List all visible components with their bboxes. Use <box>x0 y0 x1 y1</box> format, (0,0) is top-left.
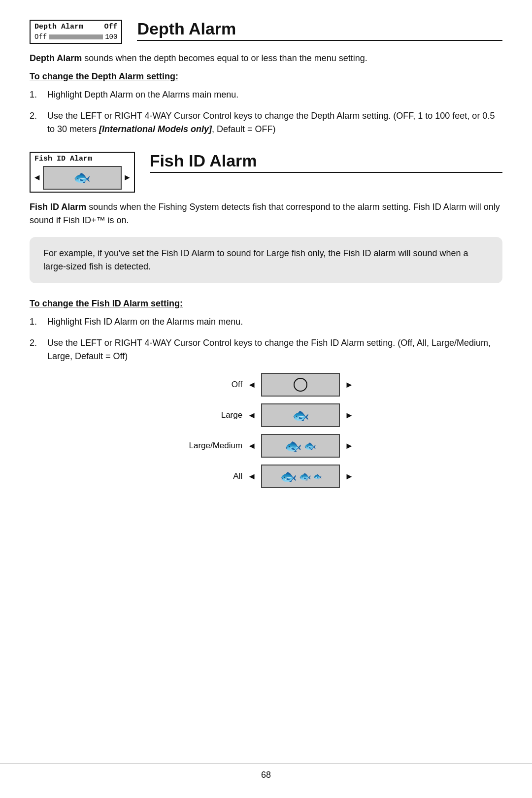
fish-alarm-title: Fish ID Alarm <box>150 152 502 173</box>
fish-label-largemedium: Large/Medium <box>178 441 242 451</box>
depth-alarm-desc-rest: sounds when the depth becomes equal to o… <box>82 53 367 63</box>
off-circle-icon <box>294 378 307 392</box>
fish-row-large: Large ◄ 🐟 ► <box>178 403 354 427</box>
fish-alarm-desc-bold: Fish ID Alarm <box>30 202 86 212</box>
fish-box-large: 🐟 <box>261 403 340 427</box>
fish-box-all: 🐟 🐟 🐟 <box>261 465 340 488</box>
lm-fish-icon-1: 🐟 <box>285 438 302 454</box>
depth-alarm-section: Depth Alarm Off Off 100 Depth Alarm Dept… <box>30 20 502 136</box>
depth-alarm-step-1: 1. Highlight Depth Alarm on the Alarms m… <box>30 88 502 101</box>
all-fish-icon-2: 🐟 <box>299 470 311 482</box>
depth-alarm-off-label: Off <box>34 33 47 41</box>
fish-row-largemedium: Large/Medium ◄ 🐟 🐟 ► <box>178 434 354 458</box>
depth-alarm-menu-title: Depth Alarm <box>34 23 83 31</box>
depth-alarm-title: Depth Alarm <box>137 20 502 41</box>
fish-alarm-header: Fish ID Alarm ◄ 🐟 ► Fish ID Alarm <box>30 152 502 193</box>
fish-alarm-menu-row: ◄ 🐟 ► <box>34 166 130 190</box>
all-arrow-left: ◄ <box>247 471 256 482</box>
fish-alarm-change-heading: To change the Fish ID Alarm setting: <box>30 297 502 310</box>
depth-alarm-description: Depth Alarm sounds when the depth become… <box>30 52 502 65</box>
large-fish-icon: 🐟 <box>292 407 309 424</box>
all-arrow-right: ► <box>345 471 354 482</box>
fish-row-all: All ◄ 🐟 🐟 🐟 ► <box>178 465 354 488</box>
fish-alarm-arrow-left: ◄ <box>34 173 40 183</box>
fish-row-off: Off ◄ ► <box>178 373 354 397</box>
depth-alarm-desc-bold: Depth Alarm <box>30 53 82 63</box>
fish-label-off: Off <box>178 380 242 390</box>
fish-alarm-arrow-right: ► <box>125 173 130 183</box>
fish-id-alarm-section: Fish ID Alarm ◄ 🐟 ► Fish ID Alarm Fish I… <box>30 152 502 488</box>
fish-alarm-menu-box: Fish ID Alarm ◄ 🐟 ► <box>30 152 135 193</box>
depth-alarm-menu-status: Off <box>104 23 117 31</box>
fish-icon-large: 🐟 <box>73 169 91 186</box>
fish-label-large: Large <box>178 410 242 420</box>
fish-alarm-example-text: For example, if you've set the Fish ID A… <box>43 248 468 271</box>
large-arrow-left: ◄ <box>247 410 256 421</box>
depth-alarm-slider <box>49 34 103 39</box>
lm-arrow-right: ► <box>345 441 354 451</box>
fish-alarm-step-1: 1. Highlight Fish ID Alarm on the Alarms… <box>30 315 502 329</box>
depth-alarm-body: Depth Alarm sounds when the depth become… <box>30 52 502 136</box>
fish-diagrams: Off ◄ ► Large ◄ 🐟 ► Large/Medium ◄ <box>30 373 502 488</box>
off-arrow-right: ► <box>345 380 354 390</box>
page-footer: 68 <box>0 764 532 780</box>
depth-alarm-intl: [International Models only] <box>99 124 212 134</box>
fish-alarm-example-box: For example, if you've set the Fish ID A… <box>30 237 502 283</box>
fish-alarm-desc-rest: sounds when the Fishing System detects f… <box>30 202 500 225</box>
all-fish-icon-1: 🐟 <box>280 468 297 485</box>
lm-fish-icon-2: 🐟 <box>304 440 316 452</box>
fish-box-off <box>261 373 340 397</box>
depth-alarm-change-heading: To change the Depth Alarm setting: <box>30 70 502 83</box>
all-fish-icon-3: 🐟 <box>313 472 322 480</box>
depth-alarm-header: Depth Alarm Off Off 100 Depth Alarm <box>30 20 502 44</box>
depth-alarm-steps: 1. Highlight Depth Alarm on the Alarms m… <box>30 88 502 136</box>
depth-alarm-step-2: 2. Use the LEFT or RIGHT 4-WAY Cursor Co… <box>30 109 502 136</box>
fish-alarm-steps: 1. Highlight Fish ID Alarm on the Alarms… <box>30 315 502 363</box>
large-arrow-right: ► <box>345 410 354 421</box>
fish-label-all: All <box>178 471 242 481</box>
page-number: 68 <box>261 770 271 780</box>
depth-alarm-menu-box: Depth Alarm Off Off 100 <box>30 20 122 44</box>
fish-box-largemedium: 🐟 🐟 <box>261 434 340 458</box>
fish-alarm-step-2: 2. Use the LEFT or RIGHT 4-WAY Cursor Co… <box>30 336 502 363</box>
fish-alarm-menu-title: Fish ID Alarm <box>34 155 92 163</box>
fish-alarm-display: 🐟 <box>43 166 122 190</box>
fish-alarm-body: Fish ID Alarm sounds when the Fishing Sy… <box>30 200 502 488</box>
fish-alarm-description: Fish ID Alarm sounds when the Fishing Sy… <box>30 200 502 227</box>
off-arrow-left: ◄ <box>247 380 256 390</box>
depth-alarm-value: 100 <box>105 33 117 41</box>
lm-arrow-left: ◄ <box>247 441 256 451</box>
